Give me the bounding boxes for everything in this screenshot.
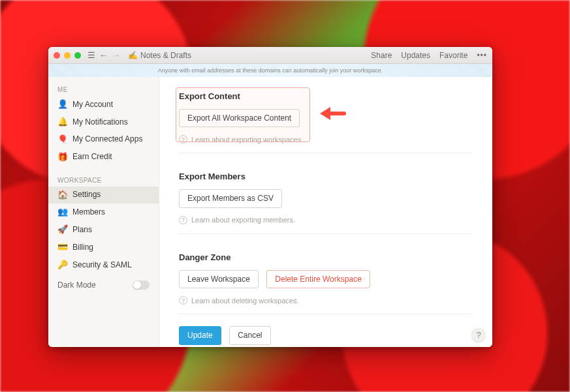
house-icon: 🏠 [57, 190, 67, 201]
sidebar-item-label: Security & SAML [72, 260, 132, 271]
balloon-icon: 🎈 [57, 134, 67, 145]
favorite-button[interactable]: Favorite [439, 51, 467, 60]
people-icon: 👥 [57, 207, 67, 218]
help-text: Learn about exporting members. [191, 216, 295, 224]
question-icon: ? [179, 296, 187, 305]
help-export-members[interactable]: ? Learn about exporting members. [179, 216, 473, 224]
updates-button[interactable]: Updates [401, 51, 430, 60]
sidebar-toggle-icon[interactable]: ☰ [87, 50, 95, 60]
sidebar-item-label: Members [72, 207, 105, 218]
help-export-content[interactable]: ? Learn about exporting workspaces. [179, 135, 473, 143]
sidebar-item-label: My Connected Apps [72, 134, 142, 145]
sidebar-item-connected-apps[interactable]: 🎈 My Connected Apps [48, 131, 159, 149]
sidebar-group-workspace-label: WORKSPACE [48, 172, 159, 187]
sidebar-item-earn-credit[interactable]: 🎁 Earn Credit [48, 149, 159, 166]
sidebar-item-my-notifications[interactable]: 🔔 My Notifications [48, 113, 159, 131]
card-icon: 💳 [57, 242, 67, 253]
section-title: Danger Zone [179, 252, 473, 262]
more-menu-button[interactable]: ••• [477, 51, 487, 60]
forward-icon[interactable]: → [112, 50, 120, 60]
sidebar-item-label: Billing [72, 243, 93, 253]
minimize-window-button[interactable] [64, 52, 71, 59]
section-danger-zone: Danger Zone Leave Workspace Delete Entir… [179, 238, 473, 314]
help-delete-workspace[interactable]: ? Learn about deleting workspaces. [179, 296, 473, 305]
leave-workspace-button[interactable]: Leave Workspace [179, 270, 259, 288]
sidebar-item-billing[interactable]: 💳 Billing [48, 239, 159, 256]
question-icon: ? [179, 216, 187, 224]
share-button[interactable]: Share [371, 51, 392, 60]
settings-sidebar: ME 👤 My Account 🔔 My Notifications 🎈 My … [48, 77, 159, 347]
section-title: Export Members [179, 172, 473, 181]
help-text: Learn about exporting workspaces. [191, 136, 303, 143]
zoom-window-button[interactable] [74, 52, 81, 59]
workspace-cover-strip: Anyone with email addresses at these dom… [48, 64, 492, 77]
section-title: Export Content [179, 91, 473, 101]
window-traffic-lights[interactable] [54, 52, 81, 59]
titlebar-nav: ☰ ← → [87, 50, 120, 60]
gift-icon: 🎁 [57, 152, 67, 163]
key-icon: 🔑 [57, 260, 67, 271]
help-fab-button[interactable]: ? [471, 327, 486, 342]
footer-actions: Update Cancel [179, 314, 473, 347]
section-export-members: Export Members Export Members as CSV ? L… [179, 157, 473, 234]
export-members-csv-button[interactable]: Export Members as CSV [179, 189, 282, 207]
sidebar-item-security[interactable]: 🔑 Security & SAML [48, 256, 159, 274]
doc-title: Notes & Drafts [140, 51, 191, 60]
titlebar-actions: Share Updates Favorite ••• [371, 51, 487, 60]
titlebar: ☰ ← → ✍️ Notes & Drafts Share Updates Fa… [48, 47, 492, 64]
delete-workspace-button[interactable]: Delete Entire Workspace [266, 270, 370, 288]
sidebar-item-label: My Account [72, 100, 113, 110]
section-export-content: Export Content Export All Workspace Cont… [179, 77, 473, 153]
rocket-icon: 🚀 [57, 224, 67, 235]
cancel-button[interactable]: Cancel [229, 326, 270, 344]
sidebar-item-plans[interactable]: 🚀 Plans [48, 221, 159, 239]
sidebar-group-me-label: ME [48, 81, 159, 96]
sidebar-item-members[interactable]: 👥 Members [48, 204, 159, 221]
bell-icon: 🔔 [57, 117, 67, 128]
sidebar-item-settings[interactable]: 🏠 Settings [48, 187, 159, 204]
settings-panel: Export Content Export All Workspace Cont… [159, 77, 492, 347]
doc-emoji-icon: ✍️ [128, 51, 138, 60]
back-icon[interactable]: ← [99, 50, 108, 60]
app-window: ☰ ← → ✍️ Notes & Drafts Share Updates Fa… [48, 47, 492, 347]
question-icon: ? [179, 135, 187, 143]
sidebar-item-label: Plans [72, 225, 92, 235]
user-icon: 👤 [57, 99, 67, 110]
export-all-content-button[interactable]: Export All Workspace Content [179, 109, 300, 127]
dark-mode-toggle[interactable] [133, 280, 150, 290]
sidebar-item-label: My Notifications [72, 117, 128, 128]
close-window-button[interactable] [54, 52, 60, 59]
sidebar-item-my-account[interactable]: 👤 My Account [48, 96, 159, 113]
sidebar-item-label: Settings [72, 190, 101, 200]
dark-mode-label: Dark Mode [57, 280, 96, 290]
dark-mode-row: Dark Mode [48, 274, 159, 290]
help-text: Learn about deleting workspaces. [191, 297, 299, 305]
domain-join-hint: Anyone with email addresses at these dom… [48, 64, 492, 77]
update-button[interactable]: Update [179, 326, 221, 344]
sidebar-item-label: Earn Credit [72, 152, 112, 162]
